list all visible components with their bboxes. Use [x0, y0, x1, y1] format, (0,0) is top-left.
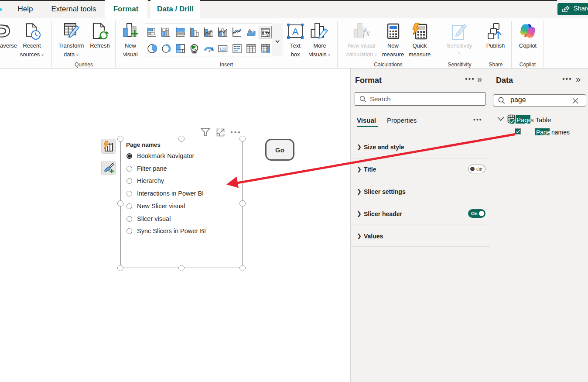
svg-text:fx: fx: [362, 27, 370, 38]
svg-text:A: A: [292, 26, 299, 37]
svg-text:123: 123: [219, 46, 226, 51]
